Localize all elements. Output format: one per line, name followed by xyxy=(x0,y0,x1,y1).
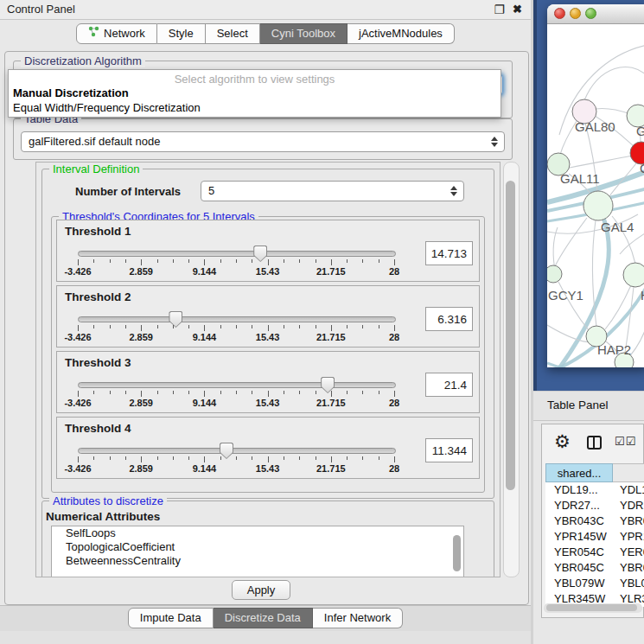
threshold-value-field[interactable]: 6.316 xyxy=(425,307,473,331)
tick-mark xyxy=(299,456,300,460)
apply-button[interactable]: Apply xyxy=(232,580,290,600)
minimize-traffic-light-icon[interactable] xyxy=(570,8,581,19)
tick-mark xyxy=(110,391,111,394)
tick-mark xyxy=(316,259,316,263)
number-of-intervals-combobox[interactable]: 5 xyxy=(201,181,464,201)
network-canvas[interactable]: GAL80GCGAL11GAL4GCY1HHAP2 xyxy=(547,24,644,367)
threshold-list: Threshold 1-3.4262.8599.14415.4321.71528… xyxy=(52,220,484,479)
column-header-shared-name[interactable]: shared... xyxy=(545,463,613,482)
attribute-list-item[interactable]: SelfLoops xyxy=(52,526,463,540)
tick-mark xyxy=(394,456,395,462)
network-node[interactable] xyxy=(623,263,644,287)
tab-select[interactable]: Select xyxy=(206,23,260,44)
table-row[interactable]: YBL079WYBL0 xyxy=(545,576,644,591)
table-horizontal-scrollbar[interactable] xyxy=(544,603,642,613)
cell-shared-name: YDR27... xyxy=(545,498,616,513)
tick-mark xyxy=(362,391,363,394)
slider-track[interactable] xyxy=(78,251,396,257)
column-header-name[interactable]: name xyxy=(613,463,644,482)
tick-mark xyxy=(362,259,363,263)
tick-mark xyxy=(379,456,379,460)
attribute-list-item[interactable]: TopologicalCoefficient xyxy=(52,540,463,554)
network-node[interactable] xyxy=(583,191,613,220)
tick-mark xyxy=(394,325,395,331)
attribute-list-item[interactable]: BetweennessCentrality xyxy=(52,554,463,568)
list-scrollbar-thumb[interactable] xyxy=(453,535,461,571)
tick-mark xyxy=(141,456,142,462)
cell-shared-name: YER054C xyxy=(545,545,616,560)
network-edge[interactable] xyxy=(596,108,630,114)
tick-label: 21.715 xyxy=(316,332,346,342)
table-row[interactable]: YDL19...YDL1 xyxy=(545,482,644,498)
tick-mark xyxy=(173,325,174,328)
tick-mark xyxy=(252,259,252,263)
close-icon[interactable]: ✖ xyxy=(513,0,522,19)
threshold-panel: Threshold 1-3.4262.8599.14415.4321.71528… xyxy=(56,220,480,282)
tick-mark xyxy=(316,456,316,460)
tick-mark xyxy=(316,325,316,328)
tick-mark xyxy=(379,391,379,394)
network-node[interactable] xyxy=(547,265,562,283)
network-edge[interactable] xyxy=(570,156,632,168)
table-panel-titlebar: Table Panel xyxy=(533,391,644,421)
select-columns-icon[interactable]: ☑☑ xyxy=(615,435,636,448)
tick-label: 28 xyxy=(389,463,399,474)
tick-label: 15.43 xyxy=(256,332,280,342)
tick-mark xyxy=(188,391,189,394)
network-node-label: HAP2 xyxy=(597,342,631,357)
table-row[interactable]: YBR045CYBR0 xyxy=(545,560,644,576)
right-panel: GAL80GCGAL11GAL4GCY1HHAP2 Table Panel ⚙ … xyxy=(533,0,644,644)
table-data-combobox[interactable]: galFiltered.sif default node xyxy=(21,131,505,152)
tab-style[interactable]: Style xyxy=(157,23,206,44)
slider-track[interactable] xyxy=(78,382,396,388)
slider-track[interactable] xyxy=(78,448,396,454)
table-row[interactable]: YDR27...YDR2 xyxy=(545,498,644,513)
slider-tick-labels: -3.4262.8599.14415.4321.71528 xyxy=(78,332,394,343)
gear-icon[interactable]: ⚙ xyxy=(554,431,571,452)
slider-ticks xyxy=(78,391,394,398)
tick-mark xyxy=(284,259,284,263)
slider-tick-labels: -3.4262.8599.14415.4321.71528 xyxy=(78,398,394,409)
network-edge[interactable] xyxy=(584,67,644,100)
tick-mark xyxy=(236,325,237,328)
tab-impute-data[interactable]: Impute Data xyxy=(128,608,214,628)
slider-track[interactable] xyxy=(78,316,396,322)
tab-label: jActiveMNodules xyxy=(359,24,443,43)
tick-mark xyxy=(157,325,158,328)
numerical-attributes-list[interactable]: SelfLoopsTopologicalCoefficientBetweenne… xyxy=(51,526,464,577)
tick-mark xyxy=(284,325,284,328)
tick-mark xyxy=(78,456,79,462)
split-columns-icon[interactable] xyxy=(587,436,602,450)
tick-mark xyxy=(347,325,348,328)
close-traffic-light-icon[interactable] xyxy=(554,8,565,19)
slider-ticks xyxy=(78,259,394,266)
table-row[interactable]: YER054CYER0 xyxy=(545,545,644,560)
table-row[interactable]: YPR145WYPR1 xyxy=(545,529,644,545)
threshold-panel: Threshold 4-3.4262.8599.14415.4321.71528… xyxy=(56,417,480,479)
threshold-label: Threshold 1 xyxy=(65,225,131,238)
threshold-value-field[interactable]: 14.713 xyxy=(425,241,473,265)
tab-network[interactable]: Network xyxy=(76,23,157,44)
threshold-value-field[interactable]: 21.4 xyxy=(425,373,473,397)
cyni-toolbox-panel: Discretization Algorithm Select algorith… xyxy=(4,51,529,605)
tab-discretize-data[interactable]: Discretize Data xyxy=(214,608,313,628)
popup-item-equal-width[interactable]: Equal Width/Frequency Discretization xyxy=(13,101,201,114)
threshold-value-field[interactable]: 11.344 xyxy=(425,438,473,462)
tab-infer-network[interactable]: Infer Network xyxy=(313,608,403,628)
network-graph[interactable]: GAL80GCGAL11GAL4GCY1HHAP2 xyxy=(547,24,644,367)
panel-scrollbar-thumb[interactable] xyxy=(506,181,515,490)
float-window-icon[interactable]: ❐ xyxy=(494,0,505,19)
network-edge-highlighted[interactable] xyxy=(547,363,623,367)
table-hscrollbar-thumb[interactable] xyxy=(546,604,637,611)
panel-vertical-scrollbar[interactable] xyxy=(503,162,520,577)
zoom-traffic-light-icon[interactable] xyxy=(585,8,596,19)
popup-item-manual-discretization[interactable]: Manual Discretization xyxy=(13,86,129,99)
tab-label: Style xyxy=(169,24,194,43)
network-icon xyxy=(88,24,99,43)
tick-label: -3.426 xyxy=(64,266,91,277)
table-row[interactable]: YBR043CYBR0 xyxy=(545,513,644,529)
tab-jactivemnodules[interactable]: jActiveMNodules xyxy=(348,23,455,44)
slider-ticks xyxy=(78,456,394,463)
network-edge[interactable] xyxy=(555,218,587,266)
tab-cyni-toolbox[interactable]: Cyni Toolbox xyxy=(260,23,348,44)
